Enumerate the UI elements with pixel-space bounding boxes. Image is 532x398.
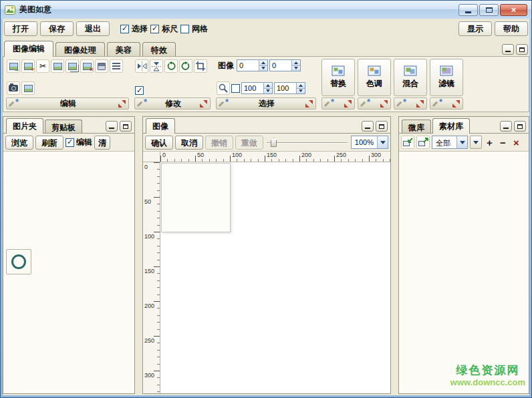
ribbon-minimize-button[interactable]	[502, 44, 514, 55]
paste-image-icon[interactable]	[51, 59, 64, 73]
select-option-checkbox[interactable]	[231, 84, 240, 93]
replace-button[interactable]: 替换	[321, 59, 355, 96]
zoom-slider-track[interactable]	[267, 142, 348, 144]
expand-arrows-icon[interactable]	[305, 100, 313, 108]
ruler-checkbox[interactable]: ✓ 标尺	[150, 23, 178, 35]
tile-view-icon[interactable]	[95, 59, 108, 73]
cut-icon[interactable]: ✂	[36, 59, 49, 73]
ruler-checkbox-box[interactable]: ✓	[150, 25, 159, 33]
expand-arrows-icon[interactable]	[200, 100, 207, 108]
modify-option-checkbox[interactable]: ✓	[135, 86, 144, 95]
zoom-slider-thumb[interactable]	[271, 138, 277, 147]
expand-arrows-icon[interactable]	[380, 100, 388, 108]
add-image-icon[interactable]	[21, 59, 35, 73]
expand-arrows-icon[interactable]	[452, 100, 460, 108]
undo-button[interactable]: 撤销	[205, 136, 233, 150]
exit-button[interactable]: 退出	[76, 21, 110, 36]
export-button[interactable]	[416, 136, 430, 149]
zoom-slider[interactable]	[265, 136, 349, 148]
filter-button[interactable]: 滤镜	[430, 59, 463, 96]
camera-button[interactable]	[7, 81, 20, 95]
help-button[interactable]: 帮助	[495, 21, 528, 36]
tab-effects[interactable]: 特效	[142, 42, 176, 56]
rotate-left-button[interactable]	[164, 59, 178, 73]
canvas-area[interactable]: 0 50 100 150 200 250 300 0 50 100 150 20…	[143, 152, 390, 393]
rotate-right-button[interactable]	[179, 59, 192, 73]
selection-x-spinner[interactable]: 0	[237, 59, 268, 71]
display-button[interactable]: 显示	[458, 21, 492, 36]
spin-up-button[interactable]	[292, 60, 300, 66]
expand-arrows-icon[interactable]	[344, 100, 352, 108]
crop-button[interactable]	[194, 59, 207, 73]
redo-button[interactable]: 重做	[235, 136, 263, 150]
edit-checkbox-box[interactable]: ✓	[65, 138, 74, 147]
tab-image-canvas[interactable]: 图像	[146, 118, 175, 134]
hue-button[interactable]: 色调	[358, 59, 391, 96]
open-image-icon[interactable]	[7, 59, 20, 73]
circle-shape-button[interactable]	[6, 249, 31, 274]
canvas-minimize-button[interactable]	[362, 121, 374, 132]
copy-image-icon[interactable]	[65, 59, 79, 73]
expand-arrows-icon[interactable]	[118, 100, 126, 108]
material-library-content[interactable]: 绿色资源网 www.downcc.com	[399, 152, 529, 393]
flip-horizontal-button[interactable]	[135, 59, 148, 73]
grid-checkbox[interactable]: 网格	[180, 23, 208, 35]
select-checkbox[interactable]: ✓ 选择	[120, 23, 148, 35]
spin-down-button[interactable]	[297, 89, 305, 94]
tab-micro-library[interactable]: 微库	[402, 120, 431, 133]
save-button[interactable]: 保存	[40, 21, 74, 36]
tab-clipboard[interactable]: 剪贴板	[45, 120, 82, 133]
selection-y-spinner[interactable]: 0	[269, 59, 301, 71]
zoom-tool-button[interactable]	[217, 81, 230, 95]
grid-checkbox-box[interactable]	[180, 25, 189, 33]
left-panel-minimize-button[interactable]	[106, 121, 118, 132]
category-dropdown[interactable]: 全部	[432, 136, 468, 149]
ribbon-maximize-button[interactable]	[516, 44, 528, 55]
refresh-button[interactable]: 刷新	[35, 136, 63, 150]
right-panel-minimize-button[interactable]	[500, 121, 512, 132]
clear-button[interactable]: 清	[94, 136, 110, 150]
more-dropdown-button[interactable]	[470, 136, 482, 149]
tab-material-library[interactable]: 素材库	[432, 118, 470, 134]
right-panel-maximize-button[interactable]	[514, 121, 526, 132]
cancel-button[interactable]: 取消	[175, 136, 203, 150]
minimize-button[interactable]	[458, 4, 478, 16]
spin-up-button[interactable]	[264, 83, 272, 89]
tab-picture-folder[interactable]: 图片夹	[6, 118, 43, 134]
image-button[interactable]	[21, 81, 35, 95]
add-button[interactable]: +	[484, 138, 495, 148]
tab-image-edit[interactable]: 图像编辑	[4, 41, 53, 57]
blend-button[interactable]: 混合	[394, 59, 427, 96]
select-checkbox-box[interactable]: ✓	[120, 25, 129, 33]
selection-width-spinner[interactable]: 100	[241, 82, 273, 94]
left-panel-maximize-button[interactable]	[120, 121, 132, 132]
chevron-down-icon[interactable]	[377, 136, 388, 148]
delete-button[interactable]: ×	[511, 138, 522, 148]
spin-down-button[interactable]	[264, 89, 272, 94]
flip-vertical-button[interactable]	[150, 59, 163, 73]
canvas-maximize-button[interactable]	[376, 121, 388, 132]
zoom-level-dropdown[interactable]: 100%	[351, 136, 388, 149]
delete-image-icon[interactable]	[80, 59, 94, 73]
tab-beauty[interactable]: 美容	[107, 42, 140, 56]
spin-down-button[interactable]	[292, 66, 300, 71]
confirm-button[interactable]: 确认	[145, 136, 173, 150]
expand-arrows-icon[interactable]	[416, 100, 424, 108]
image-canvas[interactable]	[161, 163, 231, 232]
selection-height-spinner[interactable]: 100	[274, 82, 305, 94]
filter-group-label	[430, 97, 463, 110]
list-view-icon[interactable]	[110, 59, 123, 73]
maximize-button[interactable]	[479, 4, 499, 16]
browse-button[interactable]: 浏览	[5, 136, 33, 150]
remove-button[interactable]: −	[497, 138, 509, 148]
titlebar[interactable]: 美图如意 ×	[1, 1, 531, 19]
close-button[interactable]: ×	[500, 4, 527, 16]
spin-down-button[interactable]	[259, 66, 267, 71]
chevron-down-icon[interactable]	[456, 136, 467, 148]
spin-up-button[interactable]	[297, 83, 305, 89]
import-button[interactable]	[401, 136, 414, 149]
picture-folder-content[interactable]	[3, 152, 134, 393]
tab-image-process[interactable]: 图像处理	[55, 42, 105, 56]
spin-up-button[interactable]	[259, 60, 267, 66]
open-button[interactable]: 打开	[4, 21, 37, 36]
